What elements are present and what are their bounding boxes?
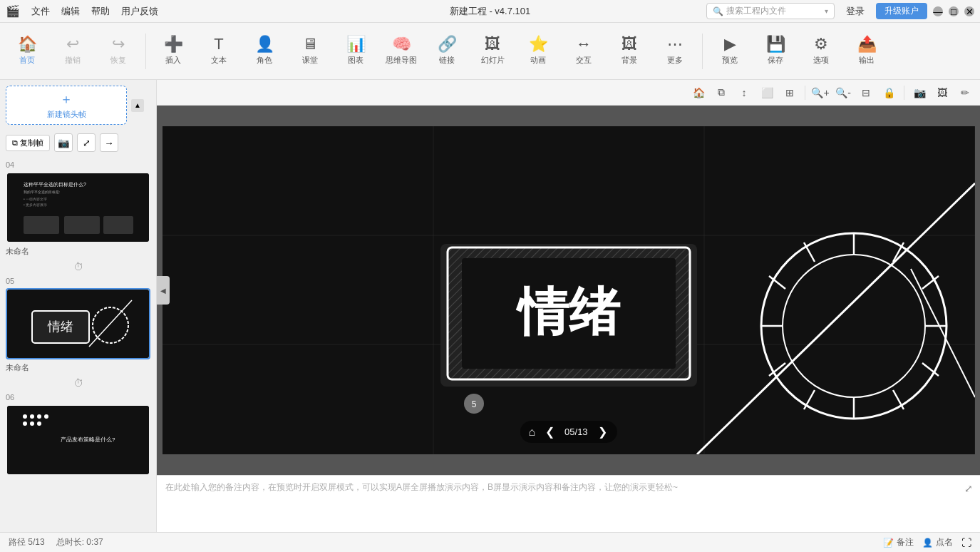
slide-thumb-06-svg: 产品发布策略是什么? bbox=[18, 406, 139, 474]
fit-button[interactable]: ⤢ bbox=[77, 133, 96, 152]
screenshot-button[interactable]: 📷 bbox=[54, 133, 73, 152]
slide-content-svg: 情绪 5 bbox=[163, 126, 975, 454]
statusbar-right: 📝 备注 👤 点名 ⛶ bbox=[883, 536, 971, 548]
toolbar-export[interactable]: 📤 输出 bbox=[845, 26, 888, 76]
toolbar-background[interactable]: 🖼 背景 bbox=[608, 26, 651, 76]
svg-point-15 bbox=[30, 414, 34, 419]
search-dropdown-icon[interactable]: ▾ bbox=[825, 7, 828, 15]
menu-help[interactable]: 帮助 bbox=[91, 5, 110, 18]
copy-canvas-btn[interactable]: ⧉ bbox=[712, 83, 731, 102]
lock-btn[interactable]: 🔒 bbox=[880, 83, 898, 102]
toolbar-redo-label: 恢复 bbox=[110, 55, 126, 66]
toolbar-slide[interactable]: 🖼 幻灯片 bbox=[471, 26, 514, 76]
copy-frame-button[interactable]: ⧉ 复制帧 bbox=[6, 135, 50, 151]
zoom-out-btn[interactable]: 🔍- bbox=[834, 83, 852, 102]
svg-text:产品发布策略是什么?: 产品发布策略是什么? bbox=[61, 436, 115, 443]
align-btn[interactable]: ⊟ bbox=[857, 83, 875, 102]
close-button[interactable]: ✕ bbox=[964, 6, 974, 16]
app-logo-icon: 🎬 bbox=[6, 4, 20, 18]
arrow-button[interactable]: → bbox=[100, 133, 118, 152]
zoom-in-btn[interactable]: 🔍+ bbox=[811, 83, 830, 102]
slide-list: 04 这种平平全选的目标是什么? 我的平平全选的目标是: • 一些内容文字 • … bbox=[0, 155, 156, 532]
slide-thumb-04[interactable]: 这种平平全选的目标是什么? 我的平平全选的目标是: • 一些内容文字 • 更多内… bbox=[6, 172, 150, 243]
toolbar-undo-label: 撤销 bbox=[65, 55, 81, 66]
slide-canvas[interactable]: 情绪 5 bbox=[163, 126, 975, 454]
nav-controls: ⌂ ❮ 05/13 ❯ bbox=[520, 421, 617, 443]
chart-icon: 📊 bbox=[346, 36, 366, 52]
toolbar-options-label: 选项 bbox=[813, 55, 829, 66]
toolbar-mindmap[interactable]: 🧠 思维导图 bbox=[380, 26, 423, 76]
menu-file[interactable]: 文件 bbox=[31, 5, 50, 18]
edit-btn[interactable]: ✏ bbox=[956, 83, 974, 102]
screenshot-canvas-btn[interactable]: 🖼 bbox=[933, 83, 951, 102]
search-box[interactable]: 🔍 搜索工程内文件 ▾ bbox=[706, 3, 835, 19]
upgrade-button[interactable]: 升级账户 bbox=[876, 3, 927, 19]
menu-feedback[interactable]: 用户反馈 bbox=[121, 5, 158, 18]
background-icon: 🖼 bbox=[621, 36, 637, 52]
toolbar-character[interactable]: 👤 角色 bbox=[243, 26, 286, 76]
toolbar-more[interactable]: ⋯ 更多 bbox=[654, 26, 696, 76]
slide-thumb-05[interactable]: 情绪 bbox=[6, 288, 150, 359]
slide-thumb-05-svg: 情绪 bbox=[18, 290, 139, 358]
toolbar-animation[interactable]: ⭐ 动画 bbox=[517, 26, 559, 76]
toolbar-save-label: 保存 bbox=[768, 55, 783, 66]
timer-icon-05: ⏱ bbox=[73, 377, 83, 389]
toolbar-link[interactable]: 🔗 链接 bbox=[425, 26, 468, 76]
slide-item-04: 04 这种平平全选的目标是什么? 我的平平全选的目标是: • 一些内容文字 • … bbox=[0, 158, 156, 260]
fullscreen-button[interactable]: ⛶ bbox=[961, 537, 971, 548]
collapse-panel-button[interactable]: ◀ bbox=[157, 276, 170, 305]
svg-point-18 bbox=[23, 421, 27, 426]
classroom-icon: 🖥 bbox=[302, 36, 318, 52]
toolbar-insert[interactable]: ➕ 插入 bbox=[152, 26, 195, 76]
flip-h-btn[interactable]: ↕ bbox=[735, 83, 753, 102]
search-placeholder: 搜索工程内文件 bbox=[726, 5, 786, 17]
scroll-up-button[interactable]: ▲ bbox=[131, 99, 144, 112]
menu-edit[interactable]: 编辑 bbox=[61, 5, 80, 18]
name-status-label: 点名 bbox=[936, 536, 953, 548]
notes-status-button[interactable]: 📝 备注 bbox=[883, 536, 914, 548]
slide-thumb-06[interactable]: 产品发布策略是什么? bbox=[6, 404, 150, 476]
toolbar-undo[interactable]: ↩ 撤销 bbox=[51, 26, 94, 76]
toolbar-chart[interactable]: 📊 图表 bbox=[334, 26, 377, 76]
notes-expand-button[interactable]: ⤢ bbox=[964, 483, 973, 494]
toolbar-mindmap-label: 思维导图 bbox=[386, 55, 417, 66]
login-button[interactable]: 登录 bbox=[840, 4, 870, 19]
save-icon: 💾 bbox=[766, 36, 785, 52]
slide-label-05: 未命名 bbox=[6, 362, 150, 373]
main-area: ＋ 新建镜头帧 ▲ ⧉ 复制帧 📷 ⤢ → 04 bbox=[0, 80, 980, 532]
home-icon: 🏠 bbox=[18, 36, 37, 52]
toolbar-save[interactable]: 💾 保存 bbox=[754, 26, 797, 76]
timer-icon-04: ⏱ bbox=[73, 261, 83, 272]
toolbar-redo[interactable]: ↪ 恢复 bbox=[97, 26, 140, 76]
animation-icon: ⭐ bbox=[529, 36, 548, 52]
link-icon: 🔗 bbox=[438, 36, 457, 52]
slide-num-04: 04 bbox=[6, 160, 14, 169]
svg-rect-7 bbox=[103, 216, 133, 234]
maximize-button[interactable]: □ bbox=[949, 6, 959, 16]
canvas-toolbar-divider bbox=[805, 86, 805, 100]
crop-btn[interactable]: ⬜ bbox=[758, 83, 776, 102]
camera-btn[interactable]: 📷 bbox=[910, 83, 929, 102]
toolbar-home[interactable]: 🏠 首页 bbox=[6, 26, 48, 76]
svg-rect-5 bbox=[24, 216, 59, 234]
toolbar-options[interactable]: ⚙ 选项 bbox=[800, 26, 842, 76]
toolbar-classroom[interactable]: 🖥 课堂 bbox=[289, 26, 331, 76]
canvas-main: ◀ bbox=[157, 106, 980, 475]
toolbar-interact[interactable]: ↔ 交互 bbox=[562, 26, 605, 76]
toolbar-home-label: 首页 bbox=[19, 55, 35, 66]
redo-icon: ↪ bbox=[112, 36, 125, 52]
nav-prev-button[interactable]: ❮ bbox=[544, 424, 556, 440]
minimize-button[interactable]: — bbox=[933, 6, 943, 16]
new-keyframe-button[interactable]: ＋ 新建镜头帧 bbox=[6, 86, 127, 125]
group-btn[interactable]: ⊞ bbox=[780, 83, 799, 102]
toolbar-preview[interactable]: ▶ 预览 bbox=[708, 26, 751, 76]
titlebar: 🎬 文件 编辑 帮助 用户反馈 新建工程 - v4.7.101 🔍 搜索工程内文… bbox=[0, 0, 980, 23]
svg-text:5: 5 bbox=[471, 399, 476, 409]
nav-home-button[interactable]: ⌂ bbox=[528, 426, 535, 439]
nav-next-button[interactable]: ❯ bbox=[597, 424, 609, 440]
name-status-button[interactable]: 👤 点名 bbox=[922, 536, 953, 548]
slide-thumb-04-svg: 这种平平全选的目标是什么? 我的平平全选的目标是: • 一些内容文字 • 更多内… bbox=[18, 173, 139, 242]
home-canvas-btn[interactable]: 🏠 bbox=[689, 83, 708, 102]
toolbar-text[interactable]: T 文本 bbox=[197, 26, 240, 76]
toolbar-background-label: 背景 bbox=[621, 55, 637, 66]
